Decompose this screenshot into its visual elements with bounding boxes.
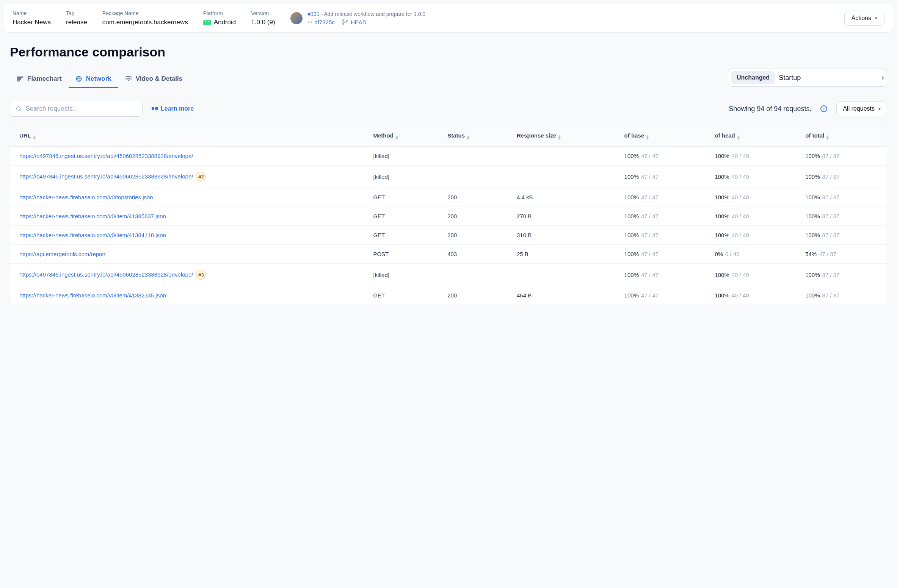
sort-icon: ▴▾ <box>646 135 649 139</box>
commit-branch-row: ⊷ df7325c HEAD <box>308 19 426 25</box>
pct-fraction: 47 / 47 <box>641 194 659 200</box>
table-row[interactable]: https://hacker-news.firebaseio.com/v0/it… <box>10 207 887 226</box>
request-url-link[interactable]: https://o497846.ingest.us.sentry.io/api/… <box>19 173 193 180</box>
tab-network[interactable]: Network <box>69 70 118 88</box>
pct-value: 100% <box>624 213 639 219</box>
cell-status <box>438 264 508 286</box>
cell-pct: 100%87 / 87 <box>796 147 887 166</box>
info-icon[interactable]: i <box>820 105 827 112</box>
cell-size: 4.4 kB <box>508 188 615 207</box>
svg-rect-3 <box>17 77 23 77</box>
pr-number-link[interactable]: #131 <box>308 11 320 17</box>
pct-value: 100% <box>715 174 729 180</box>
cell-pct: 100%40 / 40 <box>706 147 796 166</box>
request-url-link[interactable]: https://o497846.ingest.us.sentry.io/api/… <box>19 153 193 159</box>
pct-fraction: 87 / 87 <box>822 213 840 219</box>
request-url-link[interactable]: https://hacker-news.firebaseio.com/v0/it… <box>19 213 166 219</box>
header-platform-label: Platform <box>203 10 236 16</box>
sort-icon: ▴▾ <box>737 135 740 139</box>
sort-icon: ▴▾ <box>33 135 36 139</box>
branch-link[interactable]: HEAD <box>342 19 367 25</box>
tabs-row: Flamechart Network Video & Details Uncha… <box>10 69 887 90</box>
table-row[interactable]: https://o497846.ingest.us.sentry.io/api/… <box>10 166 887 188</box>
pct-value: 100% <box>624 292 639 299</box>
cell-pct: 100%40 / 40 <box>706 207 796 226</box>
table-row[interactable]: https://hacker-news.firebaseio.com/v0/it… <box>10 226 887 245</box>
pct-fraction: 47 / 47 <box>641 153 659 159</box>
branch-name: HEAD <box>351 19 367 25</box>
cell-pct: 100%47 / 47 <box>615 166 706 188</box>
cell-method: GET <box>364 286 438 305</box>
tab-video-details[interactable]: Video & Details <box>118 70 189 88</box>
table-row[interactable]: https://api.emergetools.com/reportPOST40… <box>10 245 887 264</box>
filter-button[interactable]: All requests ▾ <box>836 101 887 116</box>
cell-status <box>438 166 508 188</box>
request-url-link[interactable]: https://api.emergetools.com/report <box>19 251 106 257</box>
cell-status <box>438 147 508 166</box>
actions-button[interactable]: Actions ▾ <box>844 11 884 26</box>
comparison-selector[interactable]: Unchanged Startup ▴▾ <box>728 69 887 87</box>
header-meta-text: #131 - Add release workflow and prepare … <box>308 11 426 25</box>
pct-value: 100% <box>715 272 729 278</box>
commit-icon: ⊷ <box>308 19 312 25</box>
tab-video-label: Video & Details <box>136 75 182 83</box>
cell-pct: 100%87 / 87 <box>796 264 887 286</box>
cell-size: 25 B <box>508 245 615 264</box>
pct-fraction: 87 / 87 <box>822 232 840 238</box>
col-of-total[interactable]: of total▴▾ <box>796 125 887 147</box>
header-package-label: Package Name <box>102 10 188 16</box>
pct-fraction: 87 / 87 <box>822 292 840 299</box>
pct-value: 100% <box>805 232 820 238</box>
sort-icon: ▴▾ <box>826 135 829 139</box>
cell-pct: 100%87 / 87 <box>796 286 887 305</box>
pct-fraction: 40 / 40 <box>732 174 749 180</box>
col-of-base[interactable]: of base▴▾ <box>615 125 706 147</box>
col-of-head[interactable]: of head▴▾ <box>706 125 796 147</box>
request-url-link[interactable]: https://hacker-news.firebaseio.com/v0/to… <box>19 194 153 200</box>
table-row[interactable]: https://o497846.ingest.us.sentry.io/api/… <box>10 147 887 166</box>
cell-pct: 100%40 / 40 <box>706 188 796 207</box>
pct-value: 100% <box>715 153 729 159</box>
request-url-link[interactable]: https://hacker-news.firebaseio.com/v0/it… <box>19 292 166 299</box>
platform-text: Android <box>214 19 236 26</box>
pct-value: 0% <box>715 251 723 257</box>
pct-fraction: 87 / 87 <box>822 153 840 159</box>
pct-fraction: 40 / 40 <box>732 272 749 278</box>
commit-hash: df7325c <box>315 19 335 25</box>
pct-fraction: 87 / 87 <box>822 174 840 180</box>
header-tag: Tag release <box>66 10 87 26</box>
header-version-value: 1.0.0 (9) <box>251 19 275 26</box>
cell-status: 200 <box>438 286 508 305</box>
tab-flamechart-label: Flamechart <box>27 75 62 83</box>
request-url-link[interactable]: https://o497846.ingest.us.sentry.io/api/… <box>19 271 193 278</box>
col-size[interactable]: Response size▴▾ <box>508 125 615 147</box>
filter-label: All requests <box>843 105 875 112</box>
sort-icon: ▴▾ <box>396 135 398 139</box>
table-row[interactable]: https://o497846.ingest.us.sentry.io/api/… <box>10 264 887 286</box>
cell-status: 403 <box>438 245 508 264</box>
pct-value: 100% <box>805 292 820 299</box>
cell-status: 200 <box>438 188 508 207</box>
cell-pct: 100%47 / 47 <box>615 286 706 305</box>
col-url[interactable]: URL▴▾ <box>10 125 364 147</box>
commit-link[interactable]: ⊷ df7325c <box>308 19 335 25</box>
cell-size: 270 B <box>508 207 615 226</box>
tab-flamechart[interactable]: Flamechart <box>10 70 69 88</box>
cell-size: 464 B <box>508 286 615 305</box>
table-row[interactable]: https://hacker-news.firebaseio.com/v0/it… <box>10 286 887 305</box>
chevron-down-icon: ▾ <box>875 16 877 21</box>
request-url-link[interactable]: https://hacker-news.firebaseio.com/v0/it… <box>19 232 166 238</box>
search-input[interactable] <box>26 105 137 113</box>
table-row[interactable]: https://hacker-news.firebaseio.com/v0/to… <box>10 188 887 207</box>
svg-rect-4 <box>17 78 21 79</box>
search-box[interactable] <box>10 101 143 117</box>
learn-more-link[interactable]: Learn more <box>152 105 194 112</box>
header-version-label: Version <box>251 10 275 16</box>
cell-pct: 100%40 / 40 <box>706 286 796 305</box>
pct-value: 100% <box>805 213 820 219</box>
header-name: Name Hacker News <box>13 10 51 26</box>
col-method[interactable]: Method▴▾ <box>364 125 438 147</box>
cell-pct: 100%47 / 47 <box>615 264 706 286</box>
selector-value: Startup <box>779 74 878 82</box>
col-status[interactable]: Status▴▾ <box>438 125 508 147</box>
